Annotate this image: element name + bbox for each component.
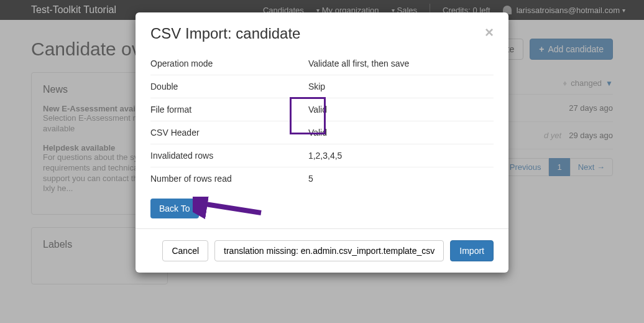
kv-file-format: File formatValid <box>150 98 494 121</box>
kv-double: DoubleSkip <box>150 75 494 98</box>
svg-line-0 <box>198 203 261 213</box>
template-csv-button[interactable]: translation missing: en.admin.csv_import… <box>214 240 444 261</box>
cancel-button[interactable]: Cancel <box>162 240 208 261</box>
kv-csv-header: CSV HeaderValid <box>150 121 494 144</box>
back-to-button[interactable]: Back To <box>150 199 199 218</box>
kv-operation-mode: Operation modeValidate all first, then s… <box>150 52 494 75</box>
kv-rows-read: Number of rows read5 <box>150 167 494 190</box>
csv-import-modal: CSV Import: candidate × Operation modeVa… <box>136 12 508 273</box>
kv-invalidated-rows: Invalidated rows1,2,3,4,5 <box>150 144 494 167</box>
close-icon[interactable]: × <box>485 25 494 40</box>
modal-title: CSV Import: candidate <box>150 25 300 42</box>
import-button[interactable]: Import <box>450 240 494 261</box>
annotation-arrow-icon <box>193 197 267 219</box>
